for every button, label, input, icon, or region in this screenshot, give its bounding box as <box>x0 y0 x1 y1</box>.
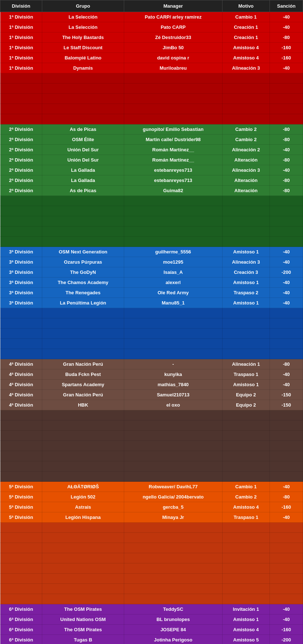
empty-cell <box>124 73 222 84</box>
table-cell: Jotinha Perigoso <box>124 635 222 644</box>
empty-cell <box>222 441 269 451</box>
empty-cell <box>270 441 303 451</box>
table-cell: Amistoso 5 <box>222 635 269 644</box>
empty-cell <box>124 216 222 226</box>
table-row: 2ª DivisiónAs de PicasGuima82Alteración-… <box>0 186 303 196</box>
table-cell: -40 <box>270 63 303 73</box>
table-row: 1ª DivisiónThe Holy BastardsZé Destruido… <box>0 32 303 43</box>
table-cell: Amistoso 4 <box>222 53 269 63</box>
empty-row <box>0 441 303 451</box>
table-cell: moe1295 <box>124 257 222 267</box>
table-cell: 3ª División <box>0 257 42 267</box>
empty-cell <box>124 84 222 94</box>
empty-row <box>0 584 303 594</box>
table-cell: JOSEPE 84 <box>124 625 222 635</box>
column-header: Sanción <box>270 0 303 12</box>
table-cell: Alteración <box>222 175 269 186</box>
empty-cell <box>0 543 42 553</box>
table-cell: 5ª División <box>0 492 42 502</box>
empty-cell <box>222 308 269 318</box>
table-cell: guilherme_5556 <box>124 247 222 257</box>
empty-cell <box>0 523 42 533</box>
empty-row <box>0 318 303 329</box>
table-row: 3ª DivisiónLa Penúltima LegiónManu85_1Am… <box>0 298 303 308</box>
table-cell: La Penúltima Legión <box>42 298 124 308</box>
table-row: 4ª DivisiónGran Nación Perú-Alineación 1… <box>0 359 303 369</box>
table-cell: Le Staff Discount <box>42 43 124 53</box>
table-cell: estebanreyes713 <box>124 175 222 186</box>
empty-row <box>0 461 303 472</box>
empty-cell <box>124 543 222 553</box>
empty-cell <box>270 84 303 94</box>
table-cell: -160 <box>270 43 303 53</box>
empty-cell <box>270 216 303 226</box>
table-cell: AŁΘÄTØRIØŠ <box>42 482 124 492</box>
table-cell: -40 <box>270 22 303 32</box>
table-row: 4ª DivisiónBuda Fckn PestkunyikaTraspaso… <box>0 369 303 380</box>
column-header: Motivo <box>222 0 269 12</box>
table-cell: Equipo 2 <box>222 400 269 410</box>
table-cell: 2ª División <box>0 155 42 165</box>
empty-cell <box>42 318 124 329</box>
table-cell: Traspaso 1 <box>222 369 269 380</box>
table-row: 6ª DivisiónThe OSM PiratesJOSEPE 84Amist… <box>0 625 303 635</box>
empty-cell <box>270 461 303 472</box>
empty-row <box>0 472 303 482</box>
table-row: 2ª DivisiónLa Galladaestebanreyes713Alin… <box>0 165 303 175</box>
empty-cell <box>124 308 222 318</box>
empty-cell <box>270 329 303 339</box>
table-row: 1ª DivisiónLa SelecciónPato CARPCreación… <box>0 22 303 32</box>
empty-cell <box>42 451 124 461</box>
empty-cell <box>270 420 303 431</box>
empty-cell <box>42 563 124 574</box>
table-cell: 4ª División <box>0 400 42 410</box>
empty-cell <box>124 441 222 451</box>
empty-cell <box>42 420 124 431</box>
table-cell: The GoDyN <box>42 267 124 278</box>
empty-cell <box>222 216 269 226</box>
table-cell: Tugas B <box>42 635 124 644</box>
table-cell: -200 <box>270 267 303 278</box>
table-cell: Amistoso 1 <box>222 298 269 308</box>
empty-cell <box>0 594 42 604</box>
empty-cell <box>0 73 42 84</box>
empty-cell <box>0 472 42 482</box>
table-cell: -40 <box>270 482 303 492</box>
table-cell: 6ª División <box>0 625 42 635</box>
empty-cell <box>270 73 303 84</box>
empty-cell <box>222 84 269 94</box>
table-cell: Amistoso 1 <box>222 278 269 288</box>
table-cell: 4ª División <box>0 359 42 369</box>
table-cell: david ospina r <box>124 53 222 63</box>
table-row: 2ª DivisiónLa Galladaestebanreyes713Alte… <box>0 175 303 186</box>
empty-cell <box>270 431 303 441</box>
empty-cell <box>42 594 124 604</box>
empty-cell <box>124 104 222 114</box>
column-header: Grupo <box>42 0 124 12</box>
empty-row <box>0 73 303 84</box>
empty-cell <box>42 94 124 104</box>
table-cell: Ole Red Army <box>124 288 222 298</box>
table-cell: TeddySC <box>124 604 222 614</box>
empty-cell <box>222 594 269 604</box>
empty-cell <box>42 237 124 247</box>
empty-cell <box>124 472 222 482</box>
empty-row <box>0 574 303 584</box>
table-cell: -40 <box>270 278 303 288</box>
table-cell: estebanreyes713 <box>124 165 222 175</box>
table-cell: Astrais <box>42 502 124 512</box>
empty-cell <box>270 563 303 574</box>
table-cell: Cambio 2 <box>222 135 269 145</box>
table-cell: Alineación 3 <box>222 257 269 267</box>
table-cell: Pato CARP <box>124 22 222 32</box>
empty-cell <box>0 533 42 543</box>
table-cell: 5ª División <box>0 482 42 492</box>
table-cell: 4ª División <box>0 390 42 400</box>
empty-row <box>0 563 303 574</box>
empty-cell <box>0 104 42 114</box>
empty-cell <box>42 206 124 216</box>
empty-cell <box>222 226 269 237</box>
empty-cell <box>124 594 222 604</box>
table-cell: 3ª División <box>0 298 42 308</box>
table-cell: Spartans Academy <box>42 380 124 390</box>
